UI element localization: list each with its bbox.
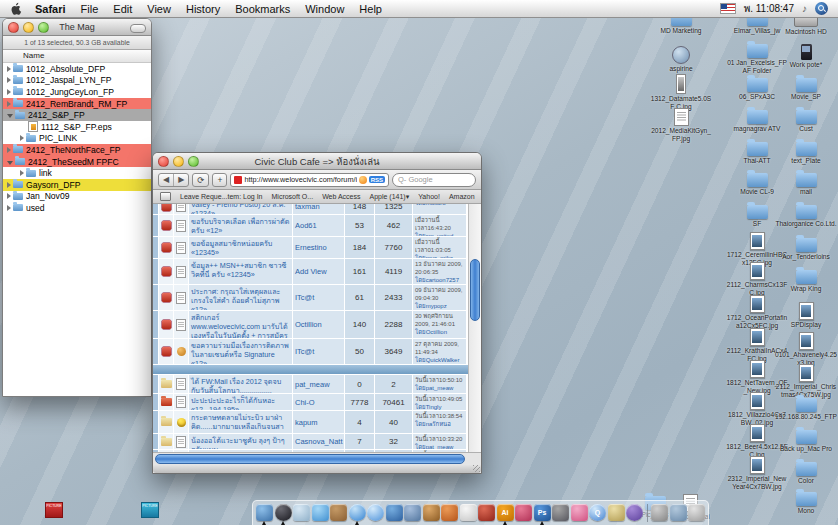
finder-row[interactable]: Jan_Nov09 <box>3 191 151 203</box>
disclosure-triangle[interactable] <box>20 135 24 141</box>
url-text[interactable]: http://www.welovecivic.com/forum/index.p… <box>244 175 356 184</box>
topic-subject-link[interactable]: ขอความร่วมมือเรื่องการติดภาพในลายเซนต์หร… <box>189 339 293 364</box>
finder-titlebar[interactable]: The Mag <box>3 19 151 36</box>
dock-photoshop-icon[interactable]: Ps <box>534 504 551 521</box>
desktop-icon-2012-mediakitgyn-fp-jpg[interactable]: 2012_MediaKitGyn_FP.jpg <box>649 108 713 142</box>
desktop-icon-mono[interactable]: Mono <box>774 492 838 515</box>
desktop-icon-piccyan[interactable] <box>118 502 182 519</box>
topic-subject-link[interactable]: ได้ FW:Mail เรื่อง 2012 จุดจบกับวันสิ้นโ… <box>189 375 293 393</box>
lastpost-author-link[interactable]: โดยOctillion <box>415 329 464 337</box>
dock-trash-icon[interactable] <box>688 504 705 521</box>
dock-preview-icon[interactable] <box>293 504 310 521</box>
dock-illustrator-icon[interactable]: Ai <box>497 504 514 521</box>
horizontal-scrollbar[interactable] <box>153 452 481 465</box>
forum-topic-row[interactable]: ปะปะปะปะอะไรก็ได้กันหอะ «12...194 195»Ch… <box>153 394 468 411</box>
dock-ichat-icon[interactable] <box>312 504 329 521</box>
dock-entourage-icon[interactable] <box>478 504 495 521</box>
menu-item-view[interactable]: View <box>147 3 171 15</box>
vertical-scrollbar[interactable] <box>468 204 481 452</box>
desktop-icon-2112-imperial-christmas4cx75w-jpg[interactable]: 2112_Imperial_Christmas4Cx75W.jpg <box>774 364 838 398</box>
dock-garageband-icon[interactable] <box>423 504 440 521</box>
desktop-icon-thaiorganice-co-ltd[interactable]: Thaiorganice Co.Ltd. <box>774 205 838 228</box>
dock-address-book-icon[interactable] <box>330 504 347 521</box>
lastpost-author-link[interactable]: โดยmasaru <box>415 204 464 208</box>
zoom-button[interactable] <box>188 156 199 167</box>
forum-topic-row[interactable]: Valley - Premo Posto) 20 ส.ค. «1234»taxm… <box>153 204 468 215</box>
forum-topic-row[interactable]: ได้ FW:Mail เรื่อง 2012 จุดจบกับวันสิ้นโ… <box>153 375 468 394</box>
dock-quicktime-icon[interactable]: Q <box>589 504 606 521</box>
dock-finder-icon[interactable] <box>256 504 273 521</box>
lastpost-author-link[interactable]: โดยcartoon7257 <box>415 277 464 284</box>
disclosure-triangle[interactable] <box>7 205 11 211</box>
dock-stuffit-icon[interactable] <box>608 504 625 521</box>
bookmarks-grid-icon[interactable] <box>160 192 171 201</box>
desktop-icon-1312-datamate5-0sf-c-jpg[interactable]: 1312_Datamate5.0SF C.jpg <box>649 74 713 110</box>
dock-system-prefs-icon[interactable] <box>651 504 668 521</box>
forum-topic-row[interactable]: กระดาษทดลายไม่ระบิว มาฝ่าคิด......มากมาย… <box>153 411 468 434</box>
disclosure-triangle[interactable] <box>7 161 13 165</box>
safari-titlebar[interactable]: Civic Club Cafe => ห้องนั่งเล่น <box>153 153 481 170</box>
finder-row[interactable]: 2412_RemBrandt_RM_FP <box>3 98 151 110</box>
dock-toast-icon[interactable] <box>441 504 458 521</box>
menu-item-safari[interactable]: Safari <box>35 3 66 15</box>
rss-badge[interactable]: RSS <box>369 176 385 183</box>
finder-row[interactable]: 1012_JungCeyLon_FP <box>3 86 151 98</box>
menu-item-edit[interactable]: Edit <box>113 3 132 15</box>
desktop-icon-text-plate[interactable]: text_Plate <box>774 142 838 165</box>
reload-button[interactable]: ⟳ <box>192 173 209 187</box>
forum-topic-row[interactable]: ข้อมูล++ MSN++สมาชิก ชาวซีวิคที่นี่ ครับ… <box>153 259 468 285</box>
finder-row[interactable]: 1012_Jaspal_LYN_FP <box>3 75 151 87</box>
topic-author-link[interactable]: taxman <box>293 204 345 214</box>
menu-clock[interactable]: พ. 11:08:47 <box>744 1 794 16</box>
finder-row[interactable]: PIC_LINK <box>3 133 151 145</box>
address-bar[interactable]: http://www.welovecivic.com/forum/index.p… <box>230 173 389 187</box>
finder-row[interactable]: 1012_Absolute_DFP <box>3 63 151 75</box>
dock-ical-icon[interactable] <box>460 504 477 521</box>
forum-topic-row[interactable]: ขอรับบริจาคเลือด เพื่อการผ่าตัดครับ «12»… <box>153 215 468 237</box>
finder-row[interactable]: 2412_S&P_FP <box>3 109 151 121</box>
topic-subject-link[interactable]: ประกาศ: กรุณาใส่เหตุผลและเกรงใจใส่คำ ถ้อ… <box>189 285 293 310</box>
finder-row[interactable]: link <box>3 167 151 179</box>
google-search-field[interactable]: Q- Google <box>392 173 476 187</box>
close-button[interactable] <box>158 156 169 167</box>
topic-subject-link[interactable]: Valley - Premo Posto) 20 ส.ค. «1234» <box>189 204 293 214</box>
topic-author-link[interactable]: Chi-O <box>293 394 345 410</box>
dock-indesign-icon[interactable] <box>515 504 532 521</box>
desktop-icon-0101-ahavenely4-25x3-jpg[interactable]: 0101_Ahavenely4.25x3.jpg <box>774 332 838 366</box>
topic-subject-link[interactable]: ปะปะปะปะอะไรก็ได้กันหอะ «12...194 195» <box>189 394 293 410</box>
desktop-icon-192-168-80-245-ftp[interactable]: 192.168.80.245_FTP <box>774 398 838 421</box>
topic-subject-link[interactable]: สติกเกอร์ www.welovecivic.com มารับได้เอ… <box>189 311 293 338</box>
finder-row[interactable]: 2412_TheSeedM FPFC <box>3 156 151 168</box>
lastpost-author-link[interactable]: โดยTingly <box>415 404 464 410</box>
desktop-icon-picred[interactable] <box>22 502 86 519</box>
finder-row[interactable]: 1112_S&P_FP.eps <box>3 121 151 133</box>
forum-topic-row[interactable]: ประกาศ: กรุณาใส่เหตุผลและเกรงใจใส่คำ ถ้อ… <box>153 285 468 311</box>
topic-author-link[interactable]: Casnova_Natt <box>293 434 345 449</box>
menu-item-window[interactable]: Window <box>305 3 344 15</box>
bookmark-item[interactable]: Yahoo! <box>418 193 440 200</box>
menu-item-history[interactable]: History <box>186 3 220 15</box>
bookmark-item[interactable]: Amazon <box>449 193 475 200</box>
lastpost-author-link[interactable]: โดยnaรักหนอ <box>415 421 464 429</box>
desktop-icon-mail[interactable]: mail <box>774 173 838 196</box>
forum-topic-row[interactable]: สติกเกอร์ www.welovecivic.com มารับได้เอ… <box>153 311 468 339</box>
topic-author-link[interactable]: kapum <box>293 411 345 433</box>
topic-author-link[interactable]: Octillion <box>293 311 345 338</box>
back-forward-buttons[interactable]: ◀▶ <box>158 173 189 187</box>
disclosure-triangle[interactable] <box>7 77 11 83</box>
dock-itunes-icon[interactable] <box>367 504 384 521</box>
topic-subject-link[interactable]: ขอข้อมูลสมาชิกหน่อยครับ «12345» <box>189 237 293 258</box>
bookmark-item[interactable]: Microsoft O... <box>272 193 314 200</box>
dock-bridge-icon[interactable] <box>552 504 569 521</box>
apple-menu-icon[interactable] <box>10 2 23 15</box>
topic-author-link[interactable]: Ernestino <box>293 237 345 258</box>
dock-petals-icon[interactable] <box>571 504 588 521</box>
lastpost-author-link[interactable]: โดยmypopz <box>415 303 464 310</box>
dock-documents-icon[interactable] <box>670 504 687 521</box>
finder-row[interactable]: used <box>3 202 151 214</box>
desktop-icon-back-up-mac-pro[interactable]: Back up_Mac Pro <box>774 430 838 453</box>
lastpost-author-link[interactable]: โดยpat_meaw <box>415 385 464 393</box>
minimize-button[interactable] <box>23 22 34 33</box>
dock-idvd-icon[interactable] <box>404 504 421 521</box>
input-language-flag-icon[interactable] <box>720 3 736 14</box>
